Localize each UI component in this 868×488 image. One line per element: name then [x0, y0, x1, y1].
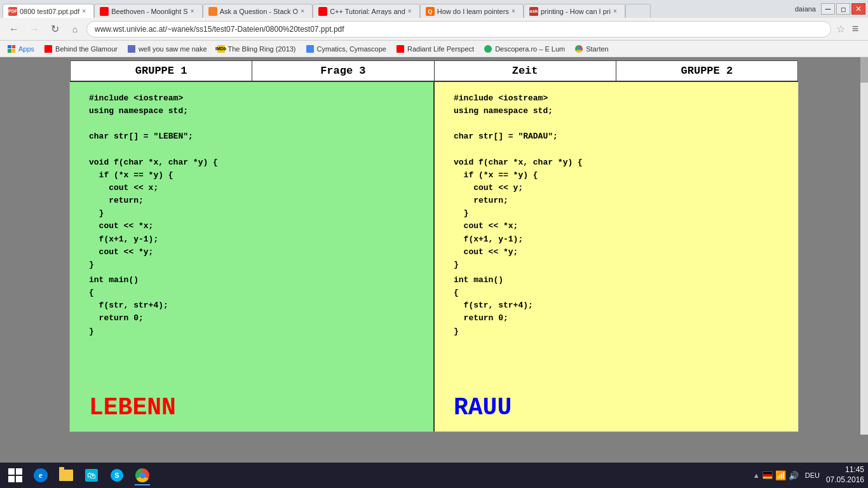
bookmark-apps-label: Apps	[18, 45, 34, 53]
tray-icons: ▲ 📶 🔊	[753, 470, 799, 480]
menu-icon[interactable]: ≡	[848, 22, 863, 36]
taskbar-ie[interactable]: e	[29, 464, 52, 487]
pdf-document: GRUPPE 1 Frage 3 Zeit GRUPPE 2 #include …	[69, 60, 799, 432]
ie-icon: e	[34, 468, 48, 482]
yt-bm-icon	[44, 45, 52, 53]
tab-label: printing - How can I pri	[541, 8, 611, 15]
start-icon	[8, 468, 22, 482]
bookmark-bling-label: The Bling Ring (2013)	[228, 45, 296, 53]
tab-cpp-tutorial[interactable]: C++ Tutorial: Arrays and ×	[313, 4, 420, 18]
q-favicon: Q	[426, 7, 435, 16]
bookmark-descopera[interactable]: Descopera.ro – E Lum	[482, 44, 567, 54]
imdb-bm-icon: IMDb	[217, 45, 225, 53]
taskbar: e 🛍 S ▲ 📶 🔊 DEU	[0, 463, 868, 488]
tab-label: 0800 test07.ppt.pdf	[20, 8, 79, 15]
taskbar-folder[interactable]	[55, 464, 78, 487]
tabs-container: PDF 0800 test07.ppt.pdf × Beethoven - Mo…	[3, 0, 795, 18]
yt-favicon	[100, 7, 109, 16]
home-button[interactable]: ⌂	[66, 20, 84, 38]
taskbar-skype[interactable]: S	[105, 464, 128, 487]
tab-label: C++ Tutorial: Arrays and	[330, 8, 405, 15]
restore-button[interactable]: ◻	[836, 3, 850, 15]
title-bar: PDF 0800 test07.ppt.pdf × Beethoven - Mo…	[0, 0, 868, 18]
content-area: GRUPPE 1 Frage 3 Zeit GRUPPE 2 #include …	[0, 57, 868, 435]
ask-favicon: ask	[529, 7, 538, 16]
tab-close-icon[interactable]: ×	[188, 7, 197, 16]
left-code-block: #include <iostream> using namespace std;…	[89, 92, 414, 271]
system-tray: ▲ 📶 🔊 DEU 11:45 07.05.2016	[753, 465, 864, 485]
bookmark-wellsaw[interactable]: well you saw me nake	[125, 44, 210, 54]
web-bm-icon	[484, 45, 492, 53]
so-favicon	[208, 7, 217, 16]
left-output: LEBENN	[89, 394, 176, 421]
right-output: RAUU	[454, 394, 512, 421]
reload-button[interactable]: ↻	[46, 20, 64, 38]
chrome-icon	[135, 468, 149, 482]
left-panel: #include <iostream> using namespace std;…	[70, 82, 435, 431]
clock-time: 11:45	[826, 465, 864, 475]
panels-container: #include <iostream> using namespace std;…	[70, 82, 798, 431]
network-icon[interactable]: 📶	[775, 470, 786, 480]
apps-icon	[8, 45, 15, 53]
clock-date: 07.05.2016	[826, 475, 864, 485]
nav-bar: ← → ↻ ⌂ ☆ ≡	[0, 18, 868, 41]
forward-button[interactable]: →	[25, 20, 43, 38]
bookmark-starten[interactable]: Starten	[573, 44, 611, 54]
start-button[interactable]	[4, 464, 27, 487]
pdf-favicon: PDF	[8, 7, 17, 16]
tab-close-icon[interactable]: ×	[509, 7, 518, 16]
bookmarks-bar: Apps Behind the Glamour well you saw me …	[0, 41, 868, 57]
taskbar-store[interactable]: 🛍	[80, 464, 103, 487]
bookmark-apps[interactable]: Apps	[5, 44, 37, 54]
window-controls: daiana ─ ◻ ✕	[795, 3, 865, 15]
gruppe2-header: GRUPPE 2	[616, 61, 797, 82]
tab-close-icon[interactable]: ×	[79, 7, 88, 16]
bookmark-starten-label: Starten	[586, 45, 608, 53]
show-hidden-icon[interactable]: ▲	[753, 471, 760, 479]
right-panel: #include <iostream> using namespace std;…	[435, 82, 798, 431]
frage-header: Frage 3	[252, 61, 434, 82]
tab-close-icon[interactable]: ×	[298, 7, 307, 16]
close-button[interactable]: ✕	[851, 3, 865, 15]
scrollbar[interactable]	[860, 57, 868, 435]
minimize-button[interactable]: ─	[821, 3, 835, 15]
bookmark-cymatics[interactable]: Cymatics, Cymascope	[304, 44, 389, 54]
new-tab-placeholder	[625, 4, 651, 18]
gruppe1-header: GRUPPE 1	[71, 61, 252, 82]
bookmark-glamour[interactable]: Behind the Glamour	[42, 44, 120, 54]
doc-bm-icon	[306, 45, 314, 53]
tab-pdf[interactable]: PDF 0800 test07.ppt.pdf ×	[3, 4, 94, 18]
bookmark-glamour-label: Behind the Glamour	[55, 45, 118, 53]
yt-bm2-icon	[397, 45, 404, 53]
flag-icon	[763, 471, 773, 479]
right-main-block: int main() { f(str, str+4); return 0; }	[454, 274, 779, 338]
tab-printing[interactable]: ask printing - How can I pri ×	[524, 4, 625, 18]
taskbar-chrome[interactable]	[131, 464, 154, 487]
browser-window: PDF 0800 test07.ppt.pdf × Beethoven - Mo…	[0, 0, 868, 488]
back-button[interactable]: ←	[5, 20, 23, 38]
bookmark-radiant-label: Radiant Life Perspect	[407, 45, 474, 53]
window-user-label: daiana	[795, 5, 816, 13]
bookmark-star-icon[interactable]: ☆	[836, 23, 845, 35]
pdf-header-table: GRUPPE 1 Frage 3 Zeit GRUPPE 2	[70, 60, 798, 82]
scrollbar-thumb[interactable]	[860, 57, 868, 83]
clock[interactable]: 11:45 07.05.2016	[826, 465, 864, 485]
address-bar[interactable]	[86, 21, 831, 37]
bookmark-radiant[interactable]: Radiant Life Perspect	[394, 44, 477, 54]
tab-beethoven[interactable]: Beethoven - Moonlight S ×	[94, 4, 202, 18]
skype-icon: S	[111, 469, 123, 482]
tab-pointers[interactable]: Q How do I learn pointers ×	[420, 4, 524, 18]
volume-icon[interactable]: 🔊	[789, 471, 799, 480]
store-icon: 🛍	[85, 469, 98, 482]
tab-close-icon[interactable]: ×	[611, 7, 620, 16]
tab-stackoverflow[interactable]: Ask a Question - Stack O ×	[203, 4, 313, 18]
yt2-favicon	[318, 7, 327, 16]
tab-close-icon[interactable]: ×	[405, 7, 414, 16]
zeit-header: Zeit	[434, 61, 616, 82]
nav-bm-icon	[128, 45, 135, 53]
bookmark-descopera-label: Descopera.ro – E Lum	[495, 45, 565, 53]
tab-label: Ask a Question - Stack O	[220, 8, 299, 15]
tab-label: How do I learn pointers	[437, 8, 509, 15]
bookmark-bling[interactable]: IMDb The Bling Ring (2013)	[215, 44, 299, 54]
language-label: DEU	[805, 471, 820, 479]
